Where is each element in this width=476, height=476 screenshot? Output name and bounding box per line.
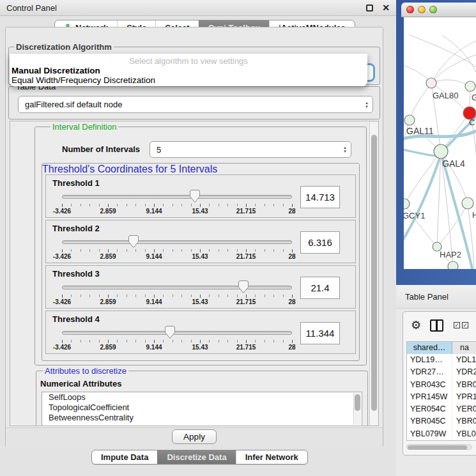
- close-icon[interactable]: ✕: [382, 4, 390, 12]
- apply-button[interactable]: Apply: [172, 429, 217, 444]
- column-header-name[interactable]: na: [452, 342, 476, 354]
- tick-mark: [89, 295, 90, 297]
- panel-scrollbar[interactable]: [369, 122, 378, 425]
- tick-mark: [200, 295, 201, 298]
- network-node-GCY1[interactable]: [404, 199, 410, 209]
- tick-mark: [135, 295, 136, 297]
- zoom-traffic-light-icon[interactable]: [429, 6, 437, 13]
- panel-title: Control Panel: [6, 3, 57, 13]
- tick-mark: [209, 204, 210, 206]
- threshold-value-field[interactable]: 6.316: [300, 231, 340, 254]
- table-row[interactable]: YBR043CYBR0: [407, 379, 476, 391]
- minimize-traffic-light-icon[interactable]: [418, 6, 426, 13]
- close-traffic-light-icon[interactable]: [406, 6, 414, 13]
- popup-option-manual[interactable]: Manual Discretization: [12, 66, 100, 75]
- tab-infer-network[interactable]: Infer Network: [236, 450, 307, 464]
- tick-mark: [265, 340, 265, 342]
- table-row[interactable]: YER054CYER0: [407, 403, 476, 415]
- slider-track[interactable]: [62, 240, 292, 244]
- slider-thumb[interactable]: [128, 235, 139, 251]
- network-node-node[interactable]: [448, 261, 458, 269]
- column-header-shared-name[interactable]: shared…: [407, 342, 452, 354]
- tick-mark: [135, 340, 136, 342]
- tick-mark: [292, 340, 293, 343]
- stepper-arrows-icon: [343, 142, 347, 157]
- list-item[interactable]: BetweennessCentrality: [42, 413, 362, 423]
- tick-mark: [255, 249, 256, 252]
- threshold-panel-3: Threshold 3-3.4262.8599.14415.4321.71528…: [45, 265, 356, 309]
- checkbox-icon[interactable]: [454, 322, 460, 328]
- tick-value-label: 21.715: [236, 344, 256, 351]
- tick-mark: [209, 340, 210, 342]
- threshold-label: Threshold 3: [52, 269, 100, 279]
- popup-option-equal-width[interactable]: Equal Width/Frequency Discretization: [12, 75, 155, 85]
- checkbox-icon[interactable]: [462, 322, 468, 328]
- tick-mark: [200, 204, 201, 207]
- slider-track[interactable]: [62, 286, 292, 289]
- scroll-panel: Interval Definition Number of Intervals …: [10, 121, 379, 426]
- tick-mark: [255, 295, 256, 297]
- numerical-attributes-listbox[interactable]: SelfLoopsTopologicalCoefficientBetweenne…: [42, 392, 362, 426]
- table-hscrollbar-thumb[interactable]: [408, 445, 467, 450]
- network-node-GAL4[interactable]: [434, 144, 448, 158]
- network-node-label: HAP2: [440, 250, 461, 259]
- threshold-value-field[interactable]: 11.344: [300, 322, 340, 344]
- discretization-algorithm-label: Discretization Algorithm: [14, 42, 114, 52]
- slider-thumb[interactable]: [190, 190, 200, 206]
- network-view-window: GAL80GACGAL11GAL4GCY1HHAP2: [396, 0, 476, 285]
- tick-mark: [145, 249, 146, 252]
- tick-mark: [219, 295, 219, 297]
- float-window-icon[interactable]: [366, 4, 373, 12]
- control-panel-titlebar: Control Panel ✕: [0, 0, 396, 16]
- tick-mark: [200, 249, 201, 252]
- tick-value-label: -3.426: [53, 253, 71, 260]
- slider-track[interactable]: [62, 331, 292, 335]
- thresholds-group-label: Threshold's Coordinates for 5 Intervals: [42, 164, 217, 174]
- list-item[interactable]: SelfLoops: [42, 392, 362, 403]
- tick-mark: [71, 204, 72, 206]
- network-node-H[interactable]: [462, 197, 473, 209]
- tab-impute-data[interactable]: Impute Data: [92, 450, 157, 464]
- threshold-value-field[interactable]: 14.713: [300, 186, 340, 208]
- split-columns-icon[interactable]: [430, 319, 443, 332]
- table-row[interactable]: YDL19…YDL1: [407, 354, 476, 366]
- threshold-value-field[interactable]: 21.4: [300, 277, 340, 299]
- list-scrollbar[interactable]: [353, 393, 361, 425]
- tick-mark: [117, 204, 118, 206]
- tab-discretize-data[interactable]: Discretize Data: [157, 450, 235, 464]
- panel-scrollbar-thumb[interactable]: [371, 135, 377, 411]
- slider-track[interactable]: [62, 195, 292, 199]
- network-node-GA[interactable]: [465, 81, 475, 91]
- threshold-panel-1: Threshold 1-3.4262.8599.14415.4321.71528…: [45, 174, 356, 218]
- gear-icon[interactable]: [411, 319, 421, 331]
- table-row[interactable]: YBR045CYBR0: [407, 415, 476, 427]
- slider-thumb[interactable]: [238, 280, 249, 296]
- network-node-GAL11[interactable]: [404, 115, 415, 125]
- tick-mark: [273, 295, 274, 297]
- tick-mark: [99, 340, 100, 342]
- table-row[interactable]: YBL079WYBL0: [407, 428, 476, 440]
- table-row[interactable]: YPR145WYPR1: [407, 391, 476, 403]
- tick-mark: [265, 204, 265, 206]
- table-row[interactable]: YDR27…YDR2: [407, 366, 476, 378]
- tick-mark: [99, 249, 100, 252]
- list-item[interactable]: TopologicalCoefficient: [42, 403, 362, 413]
- slider-thumb[interactable]: [165, 326, 175, 342]
- network-node-GAL80[interactable]: [426, 78, 436, 88]
- stepper-arrows-icon: [365, 96, 369, 112]
- network-node-label: H: [472, 210, 476, 220]
- table-row[interactable]: YLR345WYLR3: [407, 440, 476, 441]
- tick-mark: [283, 249, 284, 252]
- tick-mark: [127, 249, 127, 252]
- tick-mark: [89, 204, 90, 206]
- tick-mark: [163, 249, 164, 252]
- table-data-combobox[interactable]: galFiltered.sif default node: [18, 96, 373, 113]
- table-hscrollbar[interactable]: [406, 444, 472, 450]
- number-of-intervals-combobox[interactable]: 5: [150, 141, 351, 158]
- node-table[interactable]: shared…na YDL19…YDL1YDR27…YDR2YBR043CYBR…: [406, 341, 476, 441]
- bottom-tabbar: Impute DataDiscretize DataInfer Network: [91, 450, 308, 464]
- tick-mark: [283, 204, 284, 206]
- tick-mark: [117, 249, 118, 252]
- list-scrollbar-thumb[interactable]: [355, 394, 360, 411]
- network-canvas[interactable]: GAL80GACGAL11GAL4GCY1HHAP2: [404, 17, 476, 269]
